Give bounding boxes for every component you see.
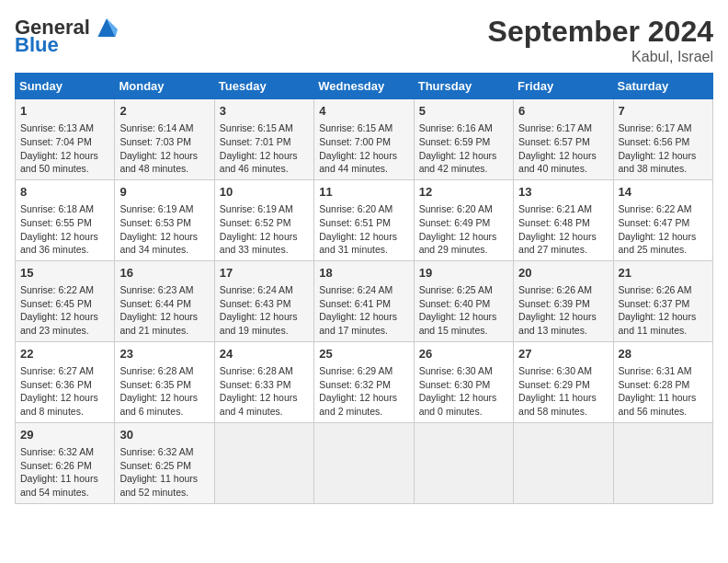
- day-number: 6: [518, 103, 608, 120]
- day-info-line: Daylight: 12 hours: [319, 310, 408, 324]
- day-info-line: Sunrise: 6:32 AM: [119, 445, 209, 459]
- day-info-line: and 19 minutes.: [220, 324, 309, 338]
- day-cell: 25Sunrise: 6:29 AMSunset: 6:32 PMDayligh…: [314, 341, 414, 422]
- column-header-monday: Monday: [115, 74, 214, 99]
- column-header-friday: Friday: [514, 74, 613, 99]
- day-info-line: Sunrise: 6:21 AM: [518, 202, 608, 216]
- column-header-wednesday: Wednesday: [314, 74, 414, 99]
- day-info-line: Sunset: 7:00 PM: [319, 135, 408, 149]
- day-info-line: Sunset: 7:04 PM: [20, 135, 109, 149]
- day-number: 29: [20, 427, 109, 443]
- day-info-line: Sunset: 6:35 PM: [119, 378, 209, 392]
- day-cell: 16Sunrise: 6:23 AMSunset: 6:44 PMDayligh…: [115, 260, 214, 341]
- day-info-line: and 38 minutes.: [619, 162, 708, 176]
- day-info-line: Sunrise: 6:17 AM: [518, 121, 608, 135]
- day-info-line: Sunset: 6:32 PM: [319, 378, 408, 392]
- day-info-line: Sunset: 6:45 PM: [20, 297, 109, 311]
- day-cell: [214, 422, 313, 503]
- day-info-line: Sunrise: 6:20 AM: [419, 202, 508, 216]
- day-info-line: Sunset: 6:33 PM: [220, 378, 309, 392]
- day-cell: [414, 422, 513, 503]
- day-info-line: Daylight: 12 hours: [419, 230, 508, 244]
- day-number: 5: [419, 103, 508, 120]
- day-info-line: Daylight: 12 hours: [119, 310, 209, 324]
- day-info-line: and 0 minutes.: [419, 405, 508, 419]
- day-info-line: Sunrise: 6:30 AM: [419, 364, 508, 378]
- day-info-line: Sunset: 6:43 PM: [220, 297, 309, 311]
- day-info-line: and 54 minutes.: [20, 486, 109, 500]
- day-number: 17: [220, 265, 309, 282]
- day-info-line: Sunset: 6:59 PM: [419, 135, 508, 149]
- day-number: 18: [319, 265, 408, 282]
- day-info-line: Sunset: 6:37 PM: [619, 297, 708, 311]
- day-cell: 21Sunrise: 6:26 AMSunset: 6:37 PMDayligh…: [613, 260, 712, 341]
- day-cell: 28Sunrise: 6:31 AMSunset: 6:28 PMDayligh…: [613, 341, 712, 422]
- day-info-line: Daylight: 12 hours: [518, 149, 608, 163]
- day-info-line: and 17 minutes.: [319, 324, 408, 338]
- day-info-line: and 34 minutes.: [119, 243, 209, 257]
- day-number: 2: [119, 103, 209, 120]
- day-number: 3: [220, 103, 309, 120]
- day-info-line: Sunset: 6:36 PM: [20, 378, 109, 392]
- day-info-line: Sunrise: 6:26 AM: [619, 283, 708, 297]
- day-cell: 14Sunrise: 6:22 AMSunset: 6:47 PMDayligh…: [613, 179, 712, 260]
- week-row-3: 15Sunrise: 6:22 AMSunset: 6:45 PMDayligh…: [16, 260, 713, 341]
- day-info-line: Sunrise: 6:22 AM: [20, 283, 109, 297]
- day-cell: 29Sunrise: 6:32 AMSunset: 6:26 PMDayligh…: [16, 422, 115, 503]
- column-header-tuesday: Tuesday: [214, 74, 313, 99]
- day-info-line: Sunset: 6:47 PM: [619, 216, 708, 230]
- logo-blue-text: Blue: [15, 33, 59, 57]
- day-info-line: and 25 minutes.: [619, 243, 708, 257]
- day-cell: [314, 422, 414, 503]
- day-info-line: Sunrise: 6:28 AM: [220, 364, 309, 378]
- day-cell: 23Sunrise: 6:28 AMSunset: 6:35 PMDayligh…: [115, 341, 214, 422]
- day-info-line: Daylight: 12 hours: [20, 391, 109, 405]
- day-info-line: and 15 minutes.: [419, 324, 508, 338]
- day-number: 1: [20, 103, 109, 120]
- day-info-line: Sunset: 6:29 PM: [518, 378, 608, 392]
- day-info-line: Daylight: 12 hours: [119, 391, 209, 405]
- day-info-line: Sunset: 6:44 PM: [119, 297, 209, 311]
- day-cell: 30Sunrise: 6:32 AMSunset: 6:25 PMDayligh…: [115, 422, 214, 503]
- column-header-saturday: Saturday: [613, 74, 712, 99]
- day-info-line: and 50 minutes.: [20, 162, 109, 176]
- day-number: 20: [518, 265, 608, 282]
- week-row-2: 8Sunrise: 6:18 AMSunset: 6:55 PMDaylight…: [16, 179, 713, 260]
- day-number: 23: [119, 346, 209, 362]
- logo: General Blue: [15, 15, 121, 57]
- day-info-line: and 21 minutes.: [119, 324, 209, 338]
- day-info-line: Sunrise: 6:30 AM: [518, 364, 608, 378]
- day-number: 14: [619, 184, 708, 201]
- day-info-line: Daylight: 11 hours: [619, 391, 708, 405]
- day-info-line: Sunrise: 6:32 AM: [20, 445, 109, 459]
- day-info-line: Daylight: 11 hours: [119, 472, 209, 486]
- week-row-4: 22Sunrise: 6:27 AMSunset: 6:36 PMDayligh…: [16, 341, 713, 422]
- day-cell: 7Sunrise: 6:17 AMSunset: 6:56 PMDaylight…: [613, 99, 712, 180]
- day-info-line: Sunset: 6:49 PM: [419, 216, 508, 230]
- day-cell: 19Sunrise: 6:25 AMSunset: 6:40 PMDayligh…: [414, 260, 513, 341]
- day-info-line: Daylight: 12 hours: [619, 310, 708, 324]
- day-cell: 27Sunrise: 6:30 AMSunset: 6:29 PMDayligh…: [514, 341, 613, 422]
- header-row: SundayMondayTuesdayWednesdayThursdayFrid…: [16, 74, 713, 99]
- day-info-line: Sunset: 6:41 PM: [319, 297, 408, 311]
- day-number: 8: [20, 184, 109, 201]
- day-info-line: Sunrise: 6:13 AM: [20, 121, 109, 135]
- day-info-line: Daylight: 12 hours: [319, 391, 408, 405]
- day-info-line: Daylight: 12 hours: [319, 149, 408, 163]
- day-info-line: Sunset: 7:03 PM: [119, 135, 209, 149]
- day-cell: 3Sunrise: 6:15 AMSunset: 7:01 PMDaylight…: [214, 99, 313, 180]
- day-cell: 17Sunrise: 6:24 AMSunset: 6:43 PMDayligh…: [214, 260, 313, 341]
- day-info-line: Sunrise: 6:19 AM: [119, 202, 209, 216]
- day-info-line: Daylight: 12 hours: [20, 230, 109, 244]
- day-cell: 18Sunrise: 6:24 AMSunset: 6:41 PMDayligh…: [314, 260, 414, 341]
- day-number: 7: [619, 103, 708, 120]
- day-cell: [613, 422, 712, 503]
- day-info-line: Sunrise: 6:31 AM: [619, 364, 708, 378]
- day-info-line: Sunrise: 6:15 AM: [220, 121, 309, 135]
- day-cell: 1Sunrise: 6:13 AMSunset: 7:04 PMDaylight…: [16, 99, 115, 180]
- day-info-line: Sunset: 6:51 PM: [319, 216, 408, 230]
- location: Kabul, Israel: [488, 49, 713, 65]
- day-info-line: Daylight: 12 hours: [220, 310, 309, 324]
- day-number: 22: [20, 346, 109, 362]
- day-number: 9: [119, 184, 209, 201]
